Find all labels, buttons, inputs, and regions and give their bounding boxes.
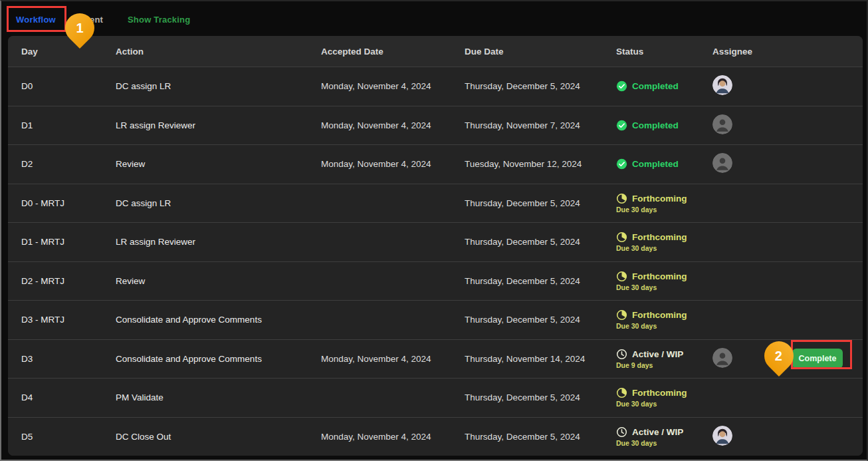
check-circle-icon (616, 120, 627, 131)
status-cell: Active / WIPDue 30 days (603, 426, 699, 447)
status-cell: ForthcomingDue 30 days (603, 309, 699, 330)
due-date-cell: Thursday, December 5, 2024 (451, 432, 603, 442)
action-cell: DC assign LR (102, 81, 308, 91)
clock-icon (616, 426, 627, 438)
annotation-number-2: 2 (775, 349, 782, 364)
check-circle-icon (616, 80, 627, 92)
accepted-date-cell: Monday, November 4, 2024 (308, 354, 451, 364)
accepted-date-cell: Monday, November 4, 2024 (308, 120, 451, 130)
action-cell: PM Validate (102, 392, 308, 402)
due-date-cell: Thursday, November 7, 2024 (451, 120, 603, 130)
workflow-table: Day Action Accepted Date Due Date Status… (8, 36, 863, 456)
status-label: Forthcoming (632, 310, 687, 320)
user-photo-avatar (712, 426, 732, 446)
table-row: D2ReviewMonday, November 4, 2024Tuesday,… (8, 144, 863, 184)
column-header-due: Due Date (451, 47, 603, 57)
complete-button[interactable]: Complete (792, 349, 843, 369)
user-photo-avatar (712, 75, 732, 95)
action-cell: LR assign Reviewer (102, 237, 308, 247)
column-header-assignee: Assignee (699, 47, 772, 57)
annotation-number-1: 1 (76, 21, 83, 36)
due-date-cell: Thursday, December 5, 2024 (451, 81, 603, 91)
status-cell: ForthcomingDue 30 days (603, 231, 699, 252)
action-cell: DC assign LR (102, 198, 308, 208)
day-cell: D4 (8, 392, 102, 402)
status-cell: Completed (603, 158, 699, 170)
status-label: Active / WIP (632, 349, 683, 359)
table-row: D1 - MRTJLR assign ReviewerThursday, Dec… (8, 222, 863, 261)
status-due-note: Due 30 days (616, 322, 699, 330)
table-row: D4PM ValidateThursday, December 5, 2024F… (8, 378, 863, 417)
clock-icon (616, 349, 627, 360)
accepted-date-cell: Monday, November 4, 2024 (308, 81, 451, 91)
assignee-cell (699, 75, 772, 97)
action-cell: DC Close Out (102, 432, 308, 442)
day-cell: D0 - MRTJ (8, 198, 102, 208)
table-row: D3 - MRTJConsolidate and Approve Comment… (8, 300, 863, 339)
status-due-note: Due 30 days (616, 283, 699, 291)
status-cell: Active / WIPDue 9 days (603, 349, 699, 369)
action-cell: Review (102, 276, 308, 286)
status-due-note: Due 30 days (616, 244, 699, 252)
accepted-date-cell: Monday, November 4, 2024 (308, 432, 451, 442)
table-body: D0DC assign LRMonday, November 4, 2024Th… (8, 67, 863, 456)
timelapse-icon (616, 309, 627, 321)
day-cell: D5 (8, 432, 102, 442)
action-cell: Consolidate and Approve Comments (102, 354, 308, 364)
person-icon (712, 153, 732, 173)
tabs-bar: Workflow ent Show Tracking (1, 1, 867, 36)
tab-show-tracking[interactable]: Show Tracking (128, 15, 190, 25)
day-cell: D1 (8, 120, 102, 130)
status-label: Forthcoming (632, 194, 687, 204)
day-cell: D2 - MRTJ (8, 276, 102, 286)
due-date-cell: Thursday, December 5, 2024 (451, 392, 603, 402)
person-icon (712, 348, 732, 368)
table-row: D5DC Close OutMonday, November 4, 2024Th… (8, 417, 863, 456)
assignee-cell (699, 348, 772, 370)
action-cell: LR assign Reviewer (102, 120, 308, 130)
due-date-cell: Tuesday, November 12, 2024 (451, 159, 603, 169)
assignee-cell (699, 153, 772, 175)
person-icon (712, 114, 732, 134)
due-date-cell: Thursday, December 5, 2024 (451, 315, 603, 325)
due-date-cell: Thursday, December 5, 2024 (451, 237, 603, 247)
day-cell: D2 (8, 159, 102, 169)
status-label: Forthcoming (632, 232, 687, 242)
status-label: Completed (632, 120, 679, 130)
table-row: D3Consolidate and Approve CommentsMonday… (8, 339, 863, 379)
day-cell: D3 (8, 354, 102, 364)
due-date-cell: Thursday, November 14, 2024 (451, 354, 603, 364)
status-cell: Completed (603, 120, 699, 131)
action-cell: Review (102, 159, 308, 169)
timelapse-icon (616, 271, 627, 282)
table-header-row: Day Action Accepted Date Due Date Status… (8, 36, 863, 67)
due-date-cell: Thursday, December 5, 2024 (451, 198, 603, 208)
table-row: D0DC assign LRMonday, November 4, 2024Th… (8, 67, 863, 106)
status-label: Active / WIP (632, 427, 683, 437)
status-cell: ForthcomingDue 30 days (603, 271, 699, 291)
check-circle-icon (616, 158, 627, 170)
status-label: Forthcoming (632, 271, 687, 281)
status-cell: Completed (603, 80, 699, 92)
timelapse-icon (616, 387, 627, 398)
timelapse-icon (616, 231, 627, 243)
status-label: Completed (632, 159, 679, 169)
status-cell: ForthcomingDue 30 days (603, 193, 699, 214)
status-due-note: Due 30 days (616, 400, 699, 408)
status-cell: ForthcomingDue 30 days (603, 387, 699, 408)
day-cell: D1 - MRTJ (8, 237, 102, 247)
table-row: D1LR assign ReviewerMonday, November 4, … (8, 106, 863, 145)
status-due-note: Due 9 days (616, 361, 699, 369)
day-cell: D0 (8, 81, 102, 91)
status-due-note: Due 30 days (616, 206, 699, 214)
column-header-status: Status (603, 47, 699, 57)
timelapse-icon (616, 193, 627, 204)
tab-workflow[interactable]: Workflow (16, 15, 56, 25)
due-date-cell: Thursday, December 5, 2024 (451, 276, 603, 286)
accepted-date-cell: Monday, November 4, 2024 (308, 159, 451, 169)
table-row: D2 - MRTJReviewThursday, December 5, 202… (8, 261, 863, 301)
action-cell: Consolidate and Approve Comments (102, 315, 308, 325)
column-header-action: Action (102, 47, 308, 57)
status-label: Completed (632, 81, 679, 91)
assignee-cell (699, 426, 772, 448)
